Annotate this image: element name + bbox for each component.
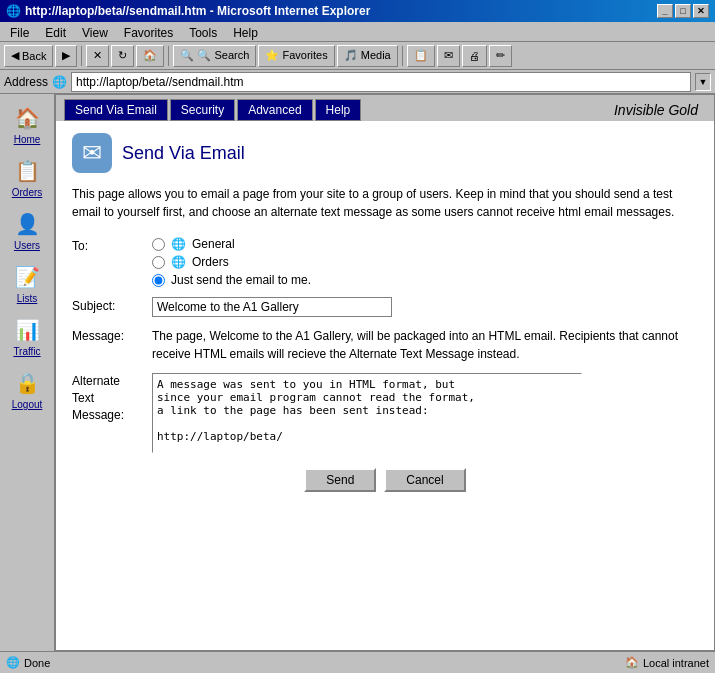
local-intranet-text: Local intranet (643, 657, 709, 669)
to-options: 🌐 General 🌐 Orders Just send the email t… (152, 237, 698, 287)
window-icon: 🌐 (6, 4, 21, 18)
form-row-to: To: 🌐 General 🌐 Orders Just send th (72, 237, 698, 287)
radio-me-label: Just send the email to me. (171, 273, 311, 287)
menu-file[interactable]: File (4, 24, 35, 39)
sidebar-label-traffic: Traffic (13, 346, 40, 357)
status-icon: 🌐 (6, 656, 20, 669)
form-row-subject: Subject: (72, 297, 698, 317)
page-title: Send Via Email (122, 143, 245, 164)
cancel-button[interactable]: Cancel (384, 468, 465, 492)
address-dropdown[interactable]: ▼ (695, 73, 711, 91)
mail-button[interactable]: ✉ (437, 45, 460, 67)
minimize-button[interactable]: _ (657, 4, 673, 18)
radio-me-input[interactable] (152, 274, 165, 287)
sidebar-label-lists: Lists (17, 293, 38, 304)
sidebar: 🏠 Home 📋 Orders 👤 Users 📝 Lists 📊 Traffi… (0, 94, 55, 651)
alternate-field: A message was sent to you in HTML format… (152, 373, 698, 456)
sidebar-item-orders[interactable]: 📋 Orders (2, 151, 52, 202)
radio-orders-label: Orders (192, 255, 229, 269)
page-header: ✉ Send Via Email (72, 133, 698, 173)
stop-button[interactable]: ✕ (86, 45, 109, 67)
subject-field (152, 297, 698, 317)
subject-label: Subject: (72, 297, 152, 313)
address-label: Address (4, 75, 48, 89)
menu-view[interactable]: View (76, 24, 114, 39)
tab-send-via-email[interactable]: Send Via Email (64, 99, 168, 121)
radio-general[interactable]: 🌐 General (152, 237, 698, 251)
home-icon: 🏠 (11, 102, 43, 134)
alternate-label: Alternate Text Message: (72, 373, 152, 423)
sidebar-item-home[interactable]: 🏠 Home (2, 98, 52, 149)
media-button[interactable]: 🎵 Media (337, 45, 398, 67)
lists-icon: 📝 (11, 261, 43, 293)
menu-edit[interactable]: Edit (39, 24, 72, 39)
search-button[interactable]: 🔍 🔍 Search (173, 45, 256, 67)
radio-general-input[interactable] (152, 238, 165, 251)
orders-icon-radio: 🌐 (171, 255, 186, 269)
sidebar-item-lists[interactable]: 📝 Lists (2, 257, 52, 308)
tab-security[interactable]: Security (170, 99, 235, 121)
button-row: Send Cancel (72, 468, 698, 504)
home-button[interactable]: 🏠 (136, 45, 164, 67)
sidebar-label-logout: Logout (12, 399, 43, 410)
sidebar-item-traffic[interactable]: 📊 Traffic (2, 310, 52, 361)
logout-icon: 🔒 (11, 367, 43, 399)
sidebar-label-home: Home (14, 134, 41, 145)
sidebar-item-users[interactable]: 👤 Users (2, 204, 52, 255)
status-text: Done (24, 657, 50, 669)
address-input[interactable] (71, 72, 691, 92)
sidebar-label-users: Users (14, 240, 40, 251)
page-content: ✉ Send Via Email This page allows you to… (56, 121, 714, 650)
tab-help[interactable]: Help (315, 99, 362, 121)
menu-bar: File Edit View Favorites Tools Help (0, 22, 715, 42)
back-icon: ◀ (11, 49, 19, 62)
address-icon: 🌐 (52, 75, 67, 89)
forward-button[interactable]: ▶ (55, 45, 77, 67)
menu-tools[interactable]: Tools (183, 24, 223, 39)
status-bar: 🌐 Done 🏠 Local intranet (0, 651, 715, 673)
window-title: http://laptop/beta//sendmail.htm - Micro… (25, 4, 370, 18)
radio-orders-input[interactable] (152, 256, 165, 269)
favorites-button[interactable]: ⭐ Favorites (258, 45, 334, 67)
local-intranet-icon: 🏠 (625, 656, 639, 669)
traffic-icon: 📊 (11, 314, 43, 346)
message-content: The page, Welcome to the A1 Gallery, wil… (152, 327, 698, 363)
alternate-textarea[interactable]: A message was sent to you in HTML format… (152, 373, 582, 453)
toolbar-separator-1 (81, 46, 82, 66)
edit-button[interactable]: ✏ (489, 45, 512, 67)
toolbar-separator-3 (402, 46, 403, 66)
close-button[interactable]: ✕ (693, 4, 709, 18)
sidebar-item-logout[interactable]: 🔒 Logout (2, 363, 52, 414)
history-button[interactable]: 📋 (407, 45, 435, 67)
tab-advanced[interactable]: Advanced (237, 99, 312, 121)
sidebar-label-orders: Orders (12, 187, 43, 198)
print-button[interactable]: 🖨 (462, 45, 487, 67)
refresh-button[interactable]: ↻ (111, 45, 134, 67)
radio-orders[interactable]: 🌐 Orders (152, 255, 698, 269)
address-bar: Address 🌐 ▼ (0, 70, 715, 94)
general-icon: 🌐 (171, 237, 186, 251)
page-description: This page allows you to email a page fro… (72, 185, 698, 221)
radio-general-label: General (192, 237, 235, 251)
search-icon: 🔍 (180, 49, 194, 62)
to-label: To: (72, 237, 152, 253)
message-label: Message: (72, 327, 152, 343)
main-area: 🏠 Home 📋 Orders 👤 Users 📝 Lists 📊 Traffi… (0, 94, 715, 651)
send-button[interactable]: Send (304, 468, 376, 492)
form-row-message: Message: The page, Welcome to the A1 Gal… (72, 327, 698, 363)
menu-help[interactable]: Help (227, 24, 264, 39)
form-row-alternate: Alternate Text Message: A message was se… (72, 373, 698, 456)
toolbar-separator-2 (168, 46, 169, 66)
back-button[interactable]: ◀ Back (4, 45, 53, 67)
menu-favorites[interactable]: Favorites (118, 24, 179, 39)
users-icon: 👤 (11, 208, 43, 240)
subject-input[interactable] (152, 297, 392, 317)
toolbar: ◀ Back ▶ ✕ ↻ 🏠 🔍 🔍 Search ⭐ Favorites 🎵 … (0, 42, 715, 70)
orders-icon: 📋 (11, 155, 43, 187)
title-bar: 🌐 http://laptop/beta//sendmail.htm - Mic… (0, 0, 715, 22)
nav-tabs: Send Via Email Security Advanced Help In… (56, 95, 714, 121)
brand-text: Invisible Gold (614, 102, 706, 118)
maximize-button[interactable]: □ (675, 4, 691, 18)
radio-me[interactable]: Just send the email to me. (152, 273, 698, 287)
page-icon: ✉ (72, 133, 112, 173)
